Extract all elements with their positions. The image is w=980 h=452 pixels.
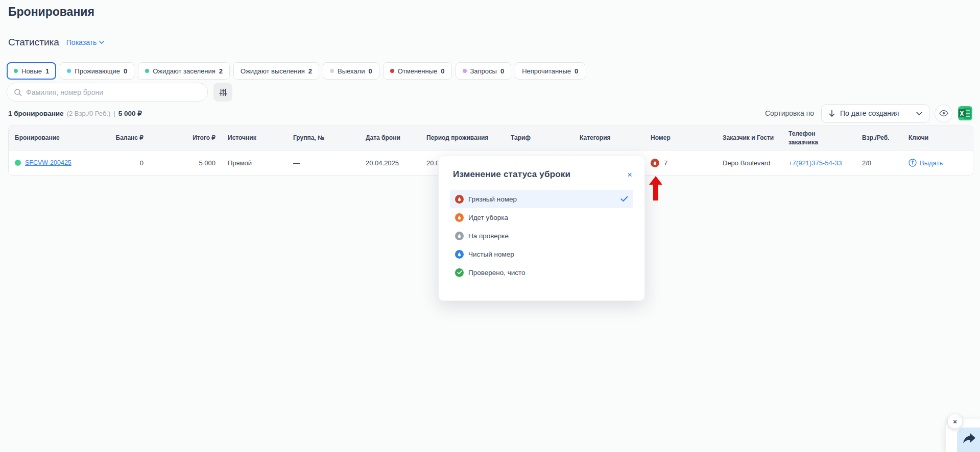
tab-count: 0 [368, 67, 372, 75]
eye-icon [939, 110, 948, 117]
close-icon[interactable]: × [627, 170, 632, 179]
keys-cell: Выдать [902, 150, 973, 175]
room-cell: 7 [644, 150, 716, 175]
sort-dropdown[interactable]: По дате создания [821, 104, 929, 123]
chevron-down-icon [99, 41, 104, 44]
option-label: Проверено, чисто [468, 269, 525, 277]
guests-count: (2 Взр./0 Реб.) [67, 110, 111, 117]
booking-id-link[interactable]: SFCVW-200425 [25, 159, 71, 166]
share-button[interactable] [957, 428, 980, 452]
cleaning-status-popup: Изменение статуса уброки × Грязный номер… [438, 156, 645, 301]
tab-label: Отмененные [398, 67, 438, 75]
close-icon: × [953, 418, 957, 425]
status-dot [145, 69, 149, 73]
tab-label: Запросы [470, 67, 497, 75]
table-header: Бронирование Баланс ₽ Итого ₽ Источник Г… [9, 126, 973, 150]
issue-keys-link[interactable]: Выдать [909, 159, 943, 167]
column-header: Заказчик и Гости [716, 126, 782, 150]
tab-count: 2 [308, 67, 312, 75]
total-cell: 5 000 [150, 150, 222, 175]
filter-sliders-icon [219, 88, 227, 96]
booking-cell: SFCVW-200425 [9, 150, 80, 175]
tab-prozhivayushchie[interactable]: Проживающие 0 [60, 62, 134, 80]
cleaning-status-option[interactable]: Идет уборка [450, 208, 633, 227]
column-header: Телефон заказчика [782, 126, 839, 150]
export-excel-button[interactable] [958, 106, 973, 121]
share-arrow-icon [963, 433, 976, 444]
tab-zaprosy[interactable]: Запросы 0 [456, 62, 512, 80]
bookings-page: Бронирования Статистика Показать Новые 1… [0, 0, 980, 452]
tab-count: 1 [45, 67, 49, 75]
search-input[interactable] [26, 88, 201, 96]
tab-vyekhali[interactable]: Выехали 0 [323, 62, 379, 80]
balance-cell: 0 [80, 150, 150, 175]
tab-ozhidayut-zaseleniya[interactable]: Ожидают заселения 2 [138, 62, 230, 80]
tab-otmenennye[interactable]: Отмененные 0 [383, 62, 452, 80]
search-icon [14, 88, 22, 96]
booking-status-dot [15, 160, 21, 166]
statistics-row: Статистика Показать [8, 37, 104, 48]
group-cell: — [287, 150, 360, 175]
tab-count: 0 [500, 67, 504, 75]
cleaning-status-option[interactable]: Проверено, чисто [450, 263, 633, 282]
chevron-down-icon [916, 112, 922, 115]
tab-label: Проживающие [75, 67, 120, 75]
status-dot [390, 69, 394, 73]
cleaning-status-option[interactable]: На проверке [450, 227, 633, 245]
filter-button[interactable] [213, 83, 232, 102]
key-icon [909, 159, 917, 167]
booking-date-cell: 20.04.2025 [360, 150, 420, 175]
phone-cell: +7(921)375-54-33 [782, 150, 856, 175]
column-header: Тариф [505, 126, 573, 150]
widget-close-button[interactable]: × [948, 414, 962, 429]
tab-label: Ожидают заселения [153, 67, 216, 75]
bookings-count: 1 бронирование [8, 110, 64, 117]
summary-separator: | [113, 110, 115, 117]
column-header: Категория [573, 126, 644, 150]
tab-label: Непрочитанные [522, 67, 571, 75]
cleaning-in-progress-icon [455, 213, 464, 222]
column-header: Итого ₽ [150, 126, 222, 150]
status-dot [330, 69, 334, 73]
sort-value: По дате создания [840, 109, 899, 117]
tab-count: 0 [575, 67, 578, 75]
cleaning-status-option[interactable]: Чистый номер [450, 245, 633, 263]
cleaning-status-icon[interactable] [651, 159, 659, 167]
customer-cell: Depo Boulevard [716, 150, 782, 175]
tab-novye[interactable]: Новые 1 [7, 62, 56, 80]
bookings-summary: 1 бронирование (2 Взр./0 Реб.) | 5 000 ₽ [8, 109, 142, 117]
tab-count: 0 [441, 67, 444, 75]
page-title: Бронирования [8, 5, 94, 19]
cleaning-status-option[interactable]: Грязный номер [450, 190, 633, 208]
column-header: Дата брони [360, 126, 420, 150]
tab-neprochitannye[interactable]: Непрочитанные 0 [515, 62, 585, 80]
status-dot [463, 69, 467, 73]
sort-controls: Сортировка по По дате создания [765, 104, 973, 123]
search-row [7, 83, 232, 102]
statistics-show-toggle[interactable]: Показать [66, 38, 105, 46]
source-cell: Прямой [222, 150, 287, 175]
cleaning-status-options: Грязный номер Идет уборка На проверке [450, 190, 633, 282]
meta-row: 1 бронирование (2 Взр./0 Реб.) | 5 000 ₽… [8, 103, 973, 123]
phone-link[interactable]: +7(921)375-54-33 [788, 159, 842, 167]
issue-keys-label: Выдать [920, 159, 943, 167]
sort-label: Сортировка по [765, 109, 814, 117]
column-header: Группа, № [287, 126, 360, 150]
bookings-total: 5 000 ₽ [118, 109, 142, 117]
column-header: Период проживания [420, 126, 505, 150]
arrow-down-icon [828, 110, 835, 117]
option-label: Грязный номер [468, 195, 517, 203]
popup-title: Изменение статуса уброки [453, 169, 570, 180]
search-input-wrapper[interactable] [7, 83, 208, 102]
visibility-toggle-button[interactable] [935, 105, 952, 122]
adults-children-cell: 2/0 [856, 150, 902, 175]
dirty-room-icon [455, 195, 464, 204]
option-label: Идет уборка [468, 214, 508, 221]
tab-ozhidayut-vyseleniya[interactable]: Ожидают выселения 2 [233, 62, 319, 80]
verified-clean-icon [455, 268, 464, 277]
column-header: Бронирование [9, 126, 80, 150]
tab-count: 0 [124, 67, 127, 75]
column-header: Ключи [902, 126, 973, 150]
on-inspection-icon [455, 232, 464, 240]
excel-icon [958, 106, 973, 121]
